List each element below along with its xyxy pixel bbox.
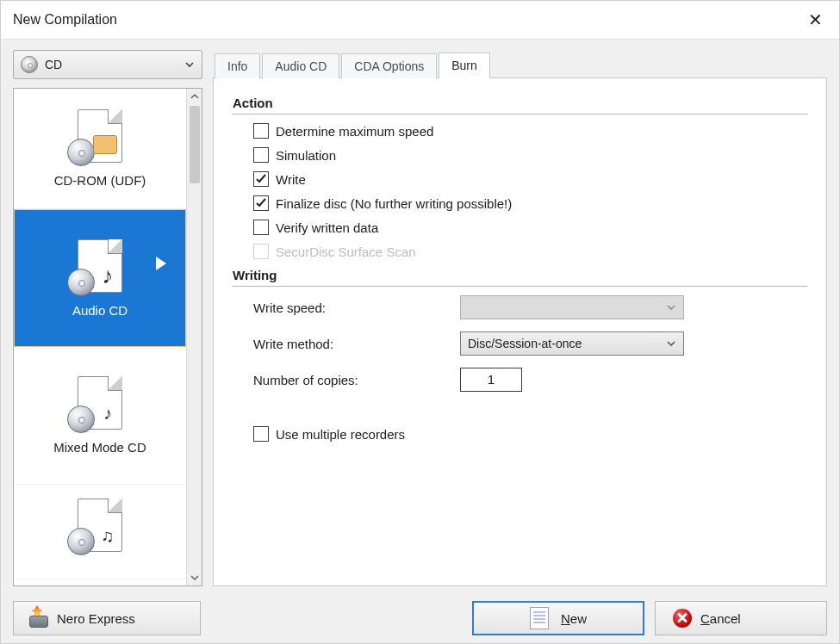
type-item-label: CD-ROM (UDF) — [54, 173, 146, 188]
play-icon — [156, 257, 166, 270]
check-label: Finalize disc (No further writing possib… — [276, 196, 512, 211]
row-write-method: Write method: Disc/Session-at-once — [253, 331, 807, 356]
type-item-cdrom-udf[interactable]: CD-ROM (UDF) — [14, 89, 186, 209]
scroll-down-icon[interactable] — [187, 570, 202, 585]
new-button[interactable]: New — [472, 601, 644, 635]
check-label: Simulation — [276, 148, 336, 163]
tab-strip: Info Audio CD CDA Options Burn — [213, 50, 827, 77]
cdrom-udf-icon — [78, 109, 122, 163]
tab-audio-cd[interactable]: Audio CD — [262, 53, 339, 78]
nero-express-icon — [29, 609, 48, 628]
chevron-down-icon — [666, 338, 676, 349]
check-label: Verify written data — [276, 220, 378, 235]
tab-burn[interactable]: Burn — [439, 53, 490, 78]
section-action-title: Action — [233, 96, 807, 110]
checkbox-icon[interactable] — [253, 147, 269, 163]
cancel-icon — [673, 609, 692, 628]
cancel-button[interactable]: Cancel — [655, 601, 827, 635]
checkbox-icon — [253, 244, 269, 259]
chevron-down-icon — [666, 302, 676, 313]
write-method-label: Write method: — [253, 337, 460, 351]
window-title: New Compilation — [13, 12, 117, 28]
type-item-next-partial[interactable]: ♫ — [14, 485, 186, 579]
chevron-down-icon — [184, 59, 195, 70]
row-write-speed: Write speed: — [253, 295, 807, 319]
check-label: Determine maximum speed — [276, 124, 433, 139]
button-label: New — [561, 611, 587, 626]
check-label: Use multiple recorders — [276, 427, 405, 442]
divider — [233, 286, 807, 287]
dialog-footer: Nero Express New Cancel — [1, 593, 839, 643]
check-verify[interactable]: Verify written data — [253, 220, 807, 235]
tab-page-burn: Action Determine maximum speed Simulatio… — [213, 77, 827, 586]
type-item-label: Audio CD — [72, 303, 128, 318]
checkbox-icon[interactable] — [253, 123, 269, 139]
type-item-mixed-mode-cd[interactable]: ♪ Mixed Mode CD — [14, 347, 186, 485]
media-type-select[interactable]: CD — [13, 50, 202, 79]
tab-cda-options[interactable]: CDA Options — [341, 53, 437, 78]
media-type-label: CD — [45, 58, 177, 71]
checkbox-icon[interactable] — [253, 220, 269, 235]
check-simulation[interactable]: Simulation — [253, 147, 807, 163]
tab-info[interactable]: Info — [215, 53, 260, 78]
nero-express-button[interactable]: Nero Express — [13, 601, 201, 635]
row-number-of-copies: Number of copies: 1 — [253, 368, 807, 392]
scroll-thumb[interactable] — [190, 106, 200, 183]
checkbox-icon[interactable] — [253, 171, 269, 187]
right-panel: Info Audio CD CDA Options Burn Action De… — [213, 50, 827, 586]
button-label: Cancel — [700, 611, 741, 626]
section-writing-title: Writing — [233, 268, 807, 282]
check-determine-max-speed[interactable]: Determine maximum speed — [253, 123, 807, 139]
write-method-select[interactable]: Disc/Session-at-once — [460, 331, 684, 356]
audio-cd-icon: ♪ — [78, 239, 122, 293]
document-icon — [530, 607, 549, 629]
type-list-scrollbar[interactable] — [186, 89, 202, 585]
check-multiple-recorders[interactable]: Use multiple recorders — [253, 426, 807, 442]
title-bar: New Compilation ✕ — [1, 1, 839, 39]
write-method-value: Disc/Session-at-once — [468, 337, 582, 350]
close-icon[interactable]: ✕ — [803, 9, 827, 30]
check-label: Write — [276, 172, 306, 187]
copies-label: Number of copies: — [253, 373, 460, 387]
check-label: SecurDisc Surface Scan — [276, 245, 416, 259]
disc-icon — [21, 56, 38, 73]
check-write[interactable]: Write — [253, 171, 807, 187]
compilation-type-list: CD-ROM (UDF) ♪ Audio CD ♪ — [13, 88, 202, 586]
copies-input[interactable]: 1 — [460, 368, 522, 392]
dialog-body: CD CD-ROM (UDF) — [1, 39, 839, 593]
button-label: Nero Express — [57, 611, 135, 626]
checkbox-icon[interactable] — [253, 426, 269, 442]
divider — [233, 114, 807, 115]
write-speed-select[interactable] — [460, 295, 684, 319]
type-item-label: Mixed Mode CD — [53, 440, 146, 455]
check-finalize[interactable]: Finalize disc (No further writing possib… — [253, 195, 807, 211]
check-securdisc: SecurDisc Surface Scan — [253, 244, 807, 259]
checkbox-icon[interactable] — [253, 195, 269, 211]
type-item-audio-cd[interactable]: ♪ Audio CD — [14, 209, 186, 347]
write-speed-label: Write speed: — [253, 300, 460, 315]
left-column: CD CD-ROM (UDF) — [13, 50, 202, 586]
partial-item-icon: ♫ — [78, 498, 122, 552]
scroll-up-icon[interactable] — [187, 89, 202, 104]
mixed-mode-icon: ♪ — [78, 376, 122, 430]
